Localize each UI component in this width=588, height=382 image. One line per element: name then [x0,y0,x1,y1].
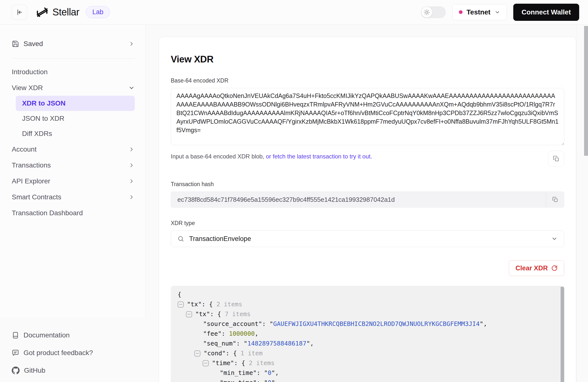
lab-badge: Lab [86,6,110,18]
network-selector[interactable]: Testnet [452,4,507,20]
fetch-latest-transaction-link[interactable]: or fetch the latest transaction to try i… [266,153,372,160]
chevron-down-icon [128,85,135,91]
json-token: 7 items [225,309,250,319]
sidebar-item-label: Smart Contracts [12,193,61,201]
json-token: ", [272,368,279,378]
sidebar-footer: Documentation Got product feedback? GitH… [0,317,146,379]
sidebar-nav: Saved Introduction View XDR XDR to JSON … [0,24,146,317]
json-token: { [178,290,181,300]
collapse-toggle-icon[interactable] [186,311,192,317]
feedback-bubble-icon [12,349,19,357]
chevron-right-icon [128,41,135,47]
page-scrollbar-thumb[interactable] [584,26,588,156]
json-line: "source_account": "GAUEFWJIGXU4THKRCQBEB… [171,319,564,329]
sidebar-item-label: View XDR [12,84,43,92]
brand[interactable]: Stellar Lab [36,6,110,19]
json-token: : [221,329,229,339]
main-content: View XDR Base-64 encoded XDR AAAAAgAAAAo… [146,24,588,382]
sidebar-item-transactions[interactable]: Transactions [12,157,135,173]
json-line: "time": { 2 items [171,358,564,368]
json-token: ", [306,339,314,348]
xdr-blob-textarea[interactable]: AAAAAgAAAAoQtkoNenJnVEUAkCdAg6a7S4uH+Fkt… [171,88,564,145]
brand-name: Stellar [52,7,79,18]
json-line: "seq_num": "1482897588486187", [171,339,564,348]
transaction-hash-value[interactable] [171,192,546,207]
transaction-hash-section: Transaction hash [171,181,564,208]
xdr-type-value: TransactionEnvelope [189,235,251,243]
json-token: "seq_num" [203,339,236,348]
json-token: : " [257,368,268,378]
sidebar-item-introduction[interactable]: Introduction [12,64,135,80]
github-icon [12,367,20,374]
header-actions: Testnet Connect Wallet [421,4,579,21]
json-token: 1 item [241,348,263,358]
collapse-toggle-icon[interactable] [178,302,184,308]
clear-xdr-button[interactable]: Clear XDR [509,260,564,276]
json-token: 2 items [249,358,275,368]
json-token: "time" [212,358,234,368]
sidebar-item-saved[interactable]: Saved [12,35,135,52]
sidebar-item-view-xdr[interactable]: View XDR [12,80,135,96]
json-token: : " [262,319,273,329]
json-token: : " [257,378,268,382]
book-icon [12,332,19,339]
json-scrollbar[interactable] [561,287,564,382]
collapse-sidebar-button[interactable] [12,5,27,20]
sidebar-item-github[interactable]: GitHub [12,362,135,379]
sidebar-item-label: Transaction Dashboard [12,209,83,217]
stellar-logo-icon [36,6,48,19]
sidebar-item-label: XDR to JSON [22,100,65,107]
xdr-type-select[interactable]: TransactionEnvelope [171,230,564,247]
sidebar-item-label: Diff XDRs [22,130,52,138]
sidebar: Saved Introduction View XDR XDR to JSON … [0,24,146,382]
transaction-hash-label: Transaction hash [171,181,564,188]
connect-wallet-button[interactable]: Connect Wallet [513,4,579,21]
sidebar-item-xdr-to-json[interactable]: XDR to JSON [16,96,135,111]
json-token: 0 [268,378,272,382]
sidebar-item-json-to-xdr[interactable]: JSON to XDR [16,111,135,126]
theme-toggle[interactable] [421,6,446,18]
sidebar-item-account[interactable]: Account [12,141,135,157]
json-line: "fee": 1000000, [171,329,564,339]
chevron-down-icon [494,9,500,15]
collapse-toggle-icon[interactable] [194,350,200,357]
json-token: 2 items [216,300,242,309]
collapse-toggle-icon[interactable] [203,360,209,366]
sidebar-item-label: Saved [23,40,43,48]
json-token: : { [202,300,216,309]
view-xdr-card: View XDR Base-64 encoded XDR AAAAAgAAAAo… [159,37,576,382]
helper-row: Input a base-64 encoded XDR blob, or fet… [171,151,564,167]
sidebar-item-documentation[interactable]: Documentation [12,326,135,344]
sidebar-item-feedback[interactable]: Got product feedback? [12,344,135,362]
copy-xdr-button[interactable] [548,151,564,167]
json-token: ", [480,319,487,329]
copy-icon [553,155,560,162]
sidebar-item-transaction-dashboard[interactable]: Transaction Dashboard [12,205,135,221]
layout: Saved Introduction View XDR XDR to JSON … [0,24,588,382]
copy-hash-button[interactable] [546,192,564,207]
search-icon [177,235,184,242]
helper-prefix: Input a base-64 encoded XDR blob, [171,153,266,160]
clear-row: Clear XDR [171,260,564,276]
json-token: : " [236,339,247,348]
sidebar-item-diff-xdrs[interactable]: Diff XDRs [16,126,135,141]
json-viewer-lines: {"tx": { 2 items"tx": { 7 items"source_a… [171,290,564,382]
sidebar-divider [12,58,135,59]
clear-xdr-label: Clear XDR [515,264,548,272]
sidebar-item-smart-contracts[interactable]: Smart Contracts [12,189,135,205]
sun-icon [424,9,430,15]
json-line: "max_time": "0", [171,378,564,382]
json-token: : { [210,309,225,319]
xdr-blob-label: Base-64 encoded XDR [171,77,564,84]
sidebar-item-label: GitHub [24,367,45,374]
json-token: : { [234,358,249,368]
sidebar-item-api-explorer[interactable]: API Explorer [12,173,135,189]
json-token: ", [272,378,279,382]
refresh-icon [551,265,558,271]
json-token: "max_time" [220,378,257,382]
json-token: "tx" [195,309,210,319]
json-token: 1000000 [229,329,254,339]
copy-icon [552,196,558,203]
json-token: "min_time" [220,368,257,378]
json-token: 1482897588486187 [248,339,307,348]
